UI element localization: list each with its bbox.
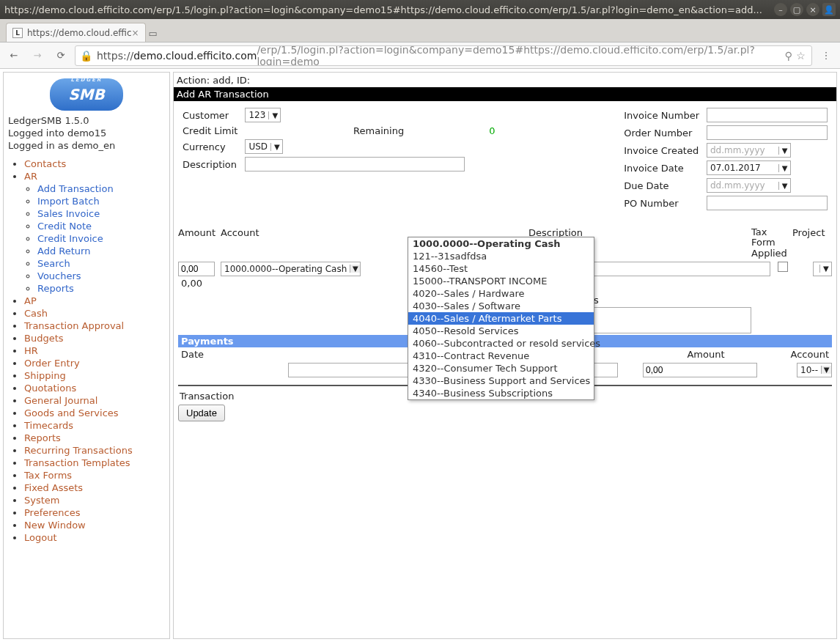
sidebar-link[interactable]: Contacts — [24, 158, 66, 169]
sidebar-link[interactable]: Preferences — [24, 507, 80, 518]
sidebar-sublink[interactable]: Credit Note — [37, 221, 92, 232]
sidebar-sublink[interactable]: Search — [37, 258, 70, 269]
currency-select[interactable]: USD ▼ — [245, 139, 283, 154]
project-select[interactable]: ▼ — [813, 262, 832, 276]
due-date[interactable]: dd.mm.yyyy ▼ — [707, 178, 791, 193]
chevron-down-icon[interactable]: ▼ — [819, 265, 831, 273]
account-option[interactable]: 4320--Consumer Tech Support — [408, 362, 594, 374]
sidebar-link[interactable]: New Window — [24, 520, 86, 531]
account-option[interactable]: 4040--Sales / Aftermarket Parts — [408, 312, 594, 325]
window-close-button[interactable]: × — [806, 3, 819, 16]
sidebar-sublink[interactable]: Add Return — [37, 246, 90, 257]
sidebar-sublink[interactable]: Import Batch — [37, 196, 100, 207]
sidebar-link[interactable]: Cash — [24, 308, 48, 319]
tab-close-icon[interactable]: × — [132, 28, 139, 38]
bookmark-star-icon[interactable]: ☆ — [795, 50, 807, 62]
sidebar-link[interactable]: Transaction Templates — [24, 457, 130, 468]
credit-limit-label: Credit Limit — [180, 125, 240, 137]
sidebar-link[interactable]: AR — [24, 171, 37, 182]
chevron-down-icon[interactable]: ▼ — [778, 164, 790, 172]
sidebar-link[interactable]: Timecards — [24, 420, 73, 431]
sidebar-sublink[interactable]: Sales Invoice — [37, 208, 100, 219]
browser-tabstrip: L https://demo.cloud.effic × ▭ — [0, 19, 840, 43]
sidebar-link[interactable]: Quotations — [24, 383, 76, 394]
chevron-down-icon[interactable]: ▼ — [268, 111, 280, 119]
chevron-down-icon[interactable]: ▼ — [821, 366, 831, 374]
account-option[interactable]: 4050--Resold Services — [408, 325, 594, 337]
browser-menu-button[interactable]: ⋮ — [817, 46, 836, 65]
sidebar-sublink[interactable]: Add Transaction — [37, 183, 114, 194]
sidebar-menu: ContactsARAdd TransactionImport BatchSal… — [8, 158, 165, 543]
account-option[interactable]: 121--31sadfdsa — [408, 250, 594, 262]
payment-amount-input[interactable] — [643, 363, 757, 377]
chevron-down-icon[interactable]: ▼ — [778, 182, 790, 190]
sidebar-link[interactable]: Shipping — [24, 370, 66, 381]
account-option[interactable]: 4030--Sales / Software — [408, 300, 594, 312]
sidebar-link[interactable]: General Journal — [24, 395, 97, 406]
account-option[interactable]: 1000.0000--Operating Cash — [408, 237, 594, 250]
account-option[interactable]: 14560--Test — [408, 262, 594, 275]
new-tab-button[interactable]: ▭ — [146, 28, 161, 42]
window-minimize-button[interactable]: – — [774, 3, 787, 16]
chevron-down-icon[interactable]: ▼ — [778, 147, 790, 155]
sidebar-subitem: Reports — [37, 283, 165, 294]
reload-button[interactable]: ⟳ — [51, 46, 70, 65]
po-number-label: PO Number — [621, 195, 702, 211]
sidebar-link[interactable]: AP — [24, 295, 37, 306]
sidebar-link[interactable]: Order Entry — [24, 358, 80, 369]
account-option[interactable]: 4020--Sales / Hardware — [408, 287, 594, 300]
sidebar-item: HR — [24, 345, 165, 356]
description-input[interactable] — [245, 157, 465, 171]
account-dropdown[interactable]: 1000.0000--Operating Cash121--31sadfdsa1… — [408, 237, 594, 400]
tax-form-checkbox[interactable] — [778, 262, 788, 272]
sidebar-item: Tax Forms — [24, 470, 165, 481]
sidebar-link[interactable]: Budgets — [24, 333, 64, 344]
sidebar-sublink[interactable]: Credit Invoice — [37, 233, 103, 244]
account-option[interactable]: 4060--Subcontracted or resold services — [408, 337, 594, 350]
col-project: Project — [792, 227, 832, 259]
account-option[interactable]: 15000--TRANSPORT INCOME — [408, 275, 594, 287]
sidebar-sublink[interactable]: Vouchers — [37, 270, 81, 281]
line-account-select[interactable]: 1000.0000--Operating Cash ▼ — [221, 262, 361, 276]
chevron-down-icon[interactable]: ▼ — [270, 143, 282, 151]
window-titlebar: https://demo.cloud.efficito.com/erp/1.5/… — [0, 0, 840, 19]
sidebar-link[interactable]: Logout — [24, 532, 57, 543]
sidebar-link[interactable]: Reports — [24, 432, 61, 443]
sidebar-item: Recurring Transactions — [24, 445, 165, 456]
left-form: Customer 123 ▼ Credit Lim — [178, 106, 619, 213]
sidebar-link[interactable]: Recurring Transactions — [24, 445, 133, 456]
account-option[interactable]: 4340--Business Subscriptions — [408, 387, 594, 399]
sidebar-sublink[interactable]: Reports — [37, 283, 74, 294]
invoice-number-input[interactable] — [707, 108, 828, 122]
invoice-created-date[interactable]: dd.mm.yyyy ▼ — [707, 143, 791, 158]
pin-icon[interactable]: ⚲ — [782, 50, 795, 62]
col-payment-date: Date — [178, 347, 244, 361]
sidebar-item: Order Entry — [24, 358, 165, 369]
sidebar-link[interactable]: Tax Forms — [24, 470, 72, 481]
invoice-date[interactable]: 07.01.2017 ▼ — [707, 160, 791, 175]
window-maximize-button[interactable]: ▢ — [790, 3, 803, 16]
sidebar-link[interactable]: Goods and Services — [24, 407, 119, 418]
window-user-button[interactable]: 👤 — [822, 3, 836, 16]
sidebar-link[interactable]: System — [24, 495, 59, 506]
line-amount-input[interactable] — [178, 262, 215, 276]
back-button[interactable]: ← — [4, 46, 23, 65]
sidebar-link[interactable]: Transaction Approval — [24, 320, 124, 331]
sidebar-item: Quotations — [24, 383, 165, 394]
po-number-input[interactable] — [707, 196, 828, 210]
url-bar[interactable]: 🔒 https:// demo.cloud.efficito.com /erp/… — [75, 45, 812, 66]
order-number-input[interactable] — [707, 125, 828, 140]
sidebar-link[interactable]: Fixed Assets — [24, 482, 83, 493]
sidebar-subitem: Add Transaction — [37, 183, 165, 194]
sidebar-item: Reports — [24, 432, 165, 443]
customer-select[interactable]: 123 ▼ — [245, 108, 281, 122]
account-option[interactable]: 4310--Contract Revenue — [408, 350, 594, 362]
chevron-down-icon[interactable]: ▼ — [350, 265, 360, 273]
sidebar-link[interactable]: HR — [24, 345, 38, 356]
sidebar-item: Cash — [24, 308, 165, 319]
browser-tab[interactable]: L https://demo.cloud.effic × — [6, 23, 146, 42]
update-button[interactable]: Update — [178, 405, 225, 421]
payment-account-select[interactable]: 10-- ▼ — [797, 363, 832, 377]
tab-favicon: L — [12, 28, 23, 38]
account-option[interactable]: 4330--Business Support and Services — [408, 374, 594, 387]
